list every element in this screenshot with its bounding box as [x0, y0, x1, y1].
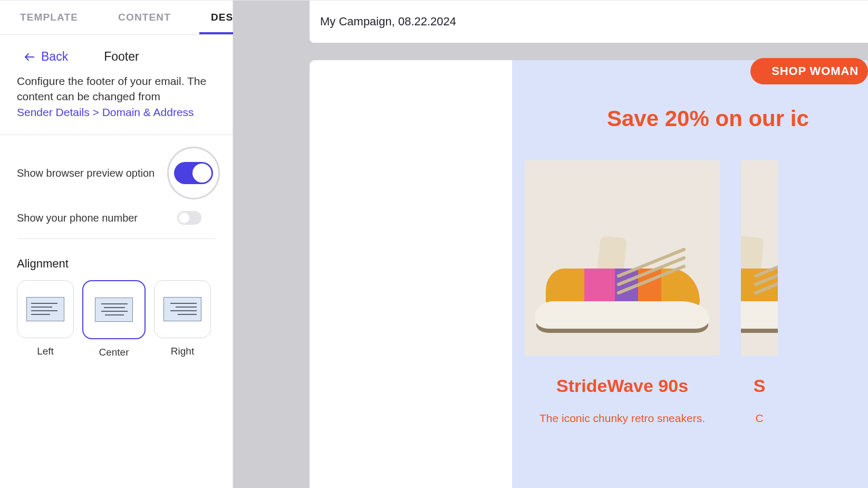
align-left-icon — [26, 297, 64, 321]
sender-details-link[interactable]: Sender Details > Domain & Address — [17, 106, 194, 118]
design-sidebar: TEMPLATE CONTENT DESIGN Back Footer Conf… — [0, 0, 233, 488]
toggle-row-phone: Show your phone number — [0, 211, 233, 232]
back-label: Back — [41, 50, 68, 64]
main-canvas: My Campaign, 08.22.2024 SHOP WOMAN Save … — [233, 0, 868, 488]
product-title-2: S — [754, 376, 766, 396]
section-title: Footer — [104, 50, 139, 64]
alignment-heading: Alignment — [0, 239, 233, 280]
align-option-left[interactable] — [17, 280, 74, 338]
toggle-focus-ring — [167, 147, 220, 199]
align-option-right[interactable] — [154, 280, 211, 338]
email-preview: SHOP WOMAN Save 20% on our ic StrideWave… — [512, 60, 868, 488]
product-title-1: StrideWave 90s — [556, 376, 688, 396]
alignment-options: Left Center Right — [0, 280, 233, 369]
sneaker-illustration — [535, 237, 709, 332]
toggle-knob — [179, 213, 189, 223]
toggle-phone[interactable] — [177, 211, 201, 225]
product-subtitle-2: C — [755, 412, 763, 425]
shop-button-wrap: SHOP WOMAN — [750, 58, 868, 84]
align-label-right: Right — [171, 346, 194, 357]
campaign-title-bar: My Campaign, 08.22.2024 — [310, 1, 868, 43]
sneaker-illustration — [741, 237, 778, 332]
tab-template[interactable]: TEMPLATE — [0, 1, 90, 34]
product-image-1 — [525, 160, 720, 356]
toggle-row-browser-preview: Show browser preview option — [0, 135, 233, 211]
align-right-icon — [163, 297, 201, 321]
align-label-left: Left — [37, 346, 54, 357]
align-option-center[interactable] — [82, 280, 146, 339]
toggle-knob — [192, 164, 211, 183]
page-card-blank — [310, 60, 512, 488]
toggle-browser-preview[interactable] — [174, 162, 213, 184]
campaign-title: My Campaign, 08.22.2024 — [320, 15, 456, 28]
shop-woman-button[interactable]: SHOP WOMAN — [750, 58, 868, 84]
product-image-2 — [741, 160, 778, 356]
tabs: TEMPLATE CONTENT DESIGN — [0, 1, 233, 35]
align-center-icon — [95, 298, 133, 322]
promo-headline: Save 20% on our ic — [607, 106, 868, 131]
product-card-2[interactable]: S C — [741, 160, 778, 488]
align-label-center: Center — [99, 347, 129, 358]
arrow-left-icon — [23, 51, 36, 63]
toggle-label-browser-preview: Show browser preview option — [17, 167, 155, 179]
tab-content[interactable]: CONTENT — [107, 1, 182, 34]
back-button[interactable]: Back — [23, 50, 68, 64]
product-subtitle-1: The iconic chunky retro sneakers. — [539, 412, 705, 425]
section-description: Configure the footer of your email. The … — [0, 70, 233, 135]
breadcrumb-row: Back Footer — [0, 35, 233, 70]
toggle-label-phone: Show your phone number — [17, 212, 138, 224]
product-row: StrideWave 90s The iconic chunky retro s… — [525, 160, 868, 488]
description-text: Configure the footer of your email. The … — [17, 75, 206, 102]
product-card-1[interactable]: StrideWave 90s The iconic chunky retro s… — [525, 160, 720, 488]
